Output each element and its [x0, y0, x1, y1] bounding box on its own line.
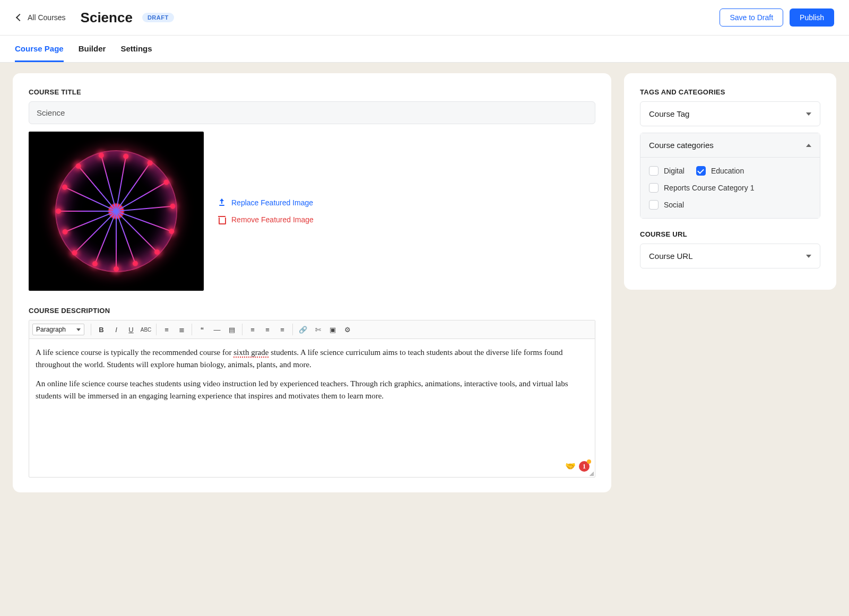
checkbox-checked [696, 166, 706, 176]
chevron-down-icon [806, 255, 811, 258]
link-button[interactable]: 🔗 [296, 323, 310, 336]
caret-down-icon [76, 328, 81, 331]
italic-button[interactable]: I [109, 323, 123, 336]
app-header: All Courses Science DRAFT Save to Draft … [0, 0, 849, 36]
block-format-select[interactable]: Paragraph [32, 324, 84, 335]
editor-footer: 🤝 1 [565, 460, 590, 473]
course-categories-title: Course categories [649, 141, 714, 150]
header-right: Save to Draft Publish [720, 8, 834, 27]
category-label: Education [711, 167, 744, 175]
course-url-title: Course URL [649, 251, 693, 261]
unlink-button[interactable]: ✄ [311, 323, 325, 336]
description-editor: Paragraph B I U ABC ≡ ≣ “ — ▤ ≡ ≡ ≡ [29, 320, 595, 478]
course-categories-accordion: Course categories Digital Education Repo… [640, 133, 820, 219]
handshake-icon[interactable]: 🤝 [565, 460, 576, 473]
status-badge-draft: DRAFT [142, 13, 174, 22]
align-left-button[interactable]: ≡ [246, 323, 259, 336]
plasma-ball-image [55, 150, 177, 272]
grammar-error-badge[interactable]: 1 [579, 461, 590, 472]
course-description-label: COURSE DESCRIPTION [29, 307, 595, 315]
desc-p2: An online life science course teaches st… [36, 378, 588, 402]
side-card: TAGS AND CATEGORIES Course Tag Course ca… [624, 73, 836, 290]
main-card: COURSE TITLE [13, 73, 611, 492]
category-digital[interactable]: Digital [649, 166, 685, 176]
blockquote-button[interactable]: “ [195, 323, 209, 336]
save-draft-button[interactable]: Save to Draft [720, 8, 783, 27]
checkbox [649, 200, 659, 210]
tab-settings[interactable]: Settings [120, 36, 152, 62]
course-url-accordion: Course URL [640, 244, 820, 268]
back-all-courses[interactable]: All Courses [15, 13, 66, 22]
remove-image-label: Remove Featured Image [231, 215, 314, 224]
replace-image-label: Replace Featured Image [231, 198, 313, 207]
page-title: Science [81, 10, 133, 26]
course-categories-body: Digital Education Reports Course Categor… [640, 158, 820, 218]
back-label: All Courses [28, 13, 66, 22]
course-categories-header[interactable]: Course categories [640, 133, 820, 158]
course-title-label: COURSE TITLE [29, 88, 595, 96]
publish-button[interactable]: Publish [790, 8, 834, 27]
category-label: Reports Course Category 1 [664, 184, 754, 192]
underline-button[interactable]: U [124, 323, 138, 336]
hr-button[interactable]: — [210, 323, 224, 336]
remove-image-button[interactable]: Remove Featured Image [218, 215, 314, 224]
category-social[interactable]: Social [649, 200, 811, 210]
checkbox [649, 166, 659, 176]
course-title-input[interactable] [29, 101, 595, 124]
tab-builder[interactable]: Builder [79, 36, 106, 62]
featured-image [29, 132, 204, 291]
featured-image-row: Replace Featured Image Remove Featured I… [29, 132, 595, 291]
tags-categories-label: TAGS AND CATEGORIES [640, 88, 820, 96]
chevron-up-icon [806, 144, 811, 147]
editor-toolbar: Paragraph B I U ABC ≡ ≣ “ — ▤ ≡ ≡ ≡ [29, 320, 595, 339]
chevron-down-icon [806, 112, 811, 116]
replace-image-button[interactable]: Replace Featured Image [218, 198, 314, 207]
course-url-label: COURSE URL [640, 230, 820, 238]
bold-button[interactable]: B [94, 323, 108, 336]
category-education[interactable]: Education [696, 166, 744, 176]
course-tag-accordion: Course Tag [640, 101, 820, 126]
image-actions: Replace Featured Image Remove Featured I… [218, 198, 314, 224]
upload-icon [218, 198, 226, 207]
category-label: Digital [664, 167, 685, 175]
chevron-left-icon [15, 13, 22, 22]
checkbox [649, 183, 659, 193]
numbered-list-button[interactable]: ≣ [175, 323, 188, 336]
align-right-button[interactable]: ≡ [275, 323, 289, 336]
resize-grip[interactable] [588, 471, 594, 476]
code-block-button[interactable]: ▤ [225, 323, 239, 336]
category-label: Social [664, 201, 684, 209]
course-tag-title: Course Tag [649, 109, 689, 118]
header-left: All Courses Science DRAFT [15, 10, 174, 26]
course-url-header[interactable]: Course URL [640, 244, 820, 268]
desc-p1a: A life science course is typically the r… [36, 348, 233, 357]
spellcheck-squiggle: sixth grade [233, 348, 268, 358]
bullet-list-button[interactable]: ≡ [160, 323, 174, 336]
image-button[interactable]: ▣ [326, 323, 340, 336]
trash-icon [218, 215, 226, 224]
embed-button[interactable]: ⚙ [341, 323, 354, 336]
course-tag-header[interactable]: Course Tag [640, 102, 820, 126]
block-format-value: Paragraph [36, 326, 66, 333]
category-reports[interactable]: Reports Course Category 1 [649, 183, 754, 193]
align-center-button[interactable]: ≡ [261, 323, 274, 336]
strikethrough-button[interactable]: ABC [139, 323, 153, 336]
tab-course-page[interactable]: Course Page [15, 36, 64, 62]
tabs-bar: Course Page Builder Settings [0, 36, 849, 63]
editor-content[interactable]: A life science course is typically the r… [29, 339, 595, 477]
content-area: COURSE TITLE [0, 63, 849, 503]
